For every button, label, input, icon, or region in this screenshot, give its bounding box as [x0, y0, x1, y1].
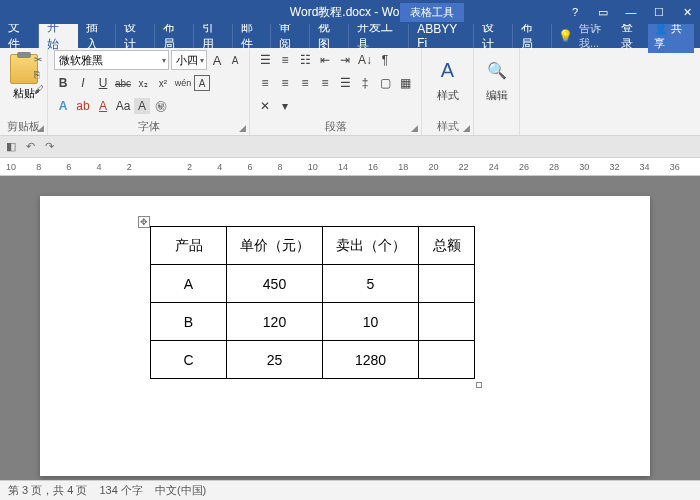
language-status[interactable]: 中文(中国) [155, 483, 206, 498]
table-cell[interactable] [419, 303, 475, 341]
char-border-button[interactable]: A [194, 75, 210, 91]
close-icon[interactable]: ✕ [674, 6, 700, 19]
table-cell[interactable]: C [151, 341, 227, 379]
char-shading-button[interactable]: A [134, 98, 150, 114]
horizontal-ruler[interactable]: 108642246810141618202224262830323436 [0, 158, 700, 176]
tab-table-layout[interactable]: 布局 [513, 24, 552, 48]
cut-icon[interactable]: ✂ [34, 54, 44, 65]
tab-review[interactable]: 审阅 [271, 24, 310, 48]
line-spacing-button[interactable]: ‡ [356, 73, 374, 93]
tab-layout[interactable]: 布局 [155, 24, 194, 48]
align-left-button[interactable]: ≡ [256, 73, 274, 93]
tab-insert[interactable]: 插入 [78, 24, 117, 48]
table-cell[interactable]: A [151, 265, 227, 303]
minimize-icon[interactable]: — [618, 6, 644, 19]
phonetic-button[interactable]: wén [174, 73, 192, 93]
font-size-combo[interactable]: 小四▾ [171, 50, 208, 70]
format-painter-icon[interactable]: 🖌 [34, 84, 44, 95]
editing-button[interactable]: 编辑 [486, 88, 508, 103]
font-name-combo[interactable]: 微软雅黑▾ [54, 50, 169, 70]
distribute-button[interactable]: ☰ [336, 73, 354, 93]
tab-developer[interactable]: 开发工具 [349, 24, 410, 48]
numbering-button[interactable]: ≡ [276, 50, 294, 70]
underline-button[interactable]: U [94, 73, 112, 93]
table-header-cell[interactable]: 总额 [419, 227, 475, 265]
table-header-cell[interactable]: 单价（元） [227, 227, 323, 265]
table-cell[interactable] [419, 341, 475, 379]
borders-button[interactable]: ▦ [396, 73, 414, 93]
redo-icon[interactable]: ↷ [45, 140, 54, 153]
tab-home[interactable]: 开始 [39, 24, 78, 48]
shading-button[interactable]: ▢ [376, 73, 394, 93]
ribbon-options-icon[interactable]: ▭ [590, 6, 616, 19]
undo-icon[interactable]: ↶ [26, 140, 35, 153]
strike-button[interactable]: abc [114, 73, 132, 93]
align-center-button[interactable]: ≡ [276, 73, 294, 93]
table-cell[interactable]: 1280 [323, 341, 419, 379]
table-cell[interactable] [419, 265, 475, 303]
login-link[interactable]: 登录 [621, 19, 642, 53]
tab-table-design[interactable]: 设计 [474, 24, 513, 48]
bullets-button[interactable]: ☰ [256, 50, 274, 70]
table-header-row: 产品 单价（元） 卖出（个） 总额 [151, 227, 475, 265]
grow-font-button[interactable]: A [209, 50, 225, 70]
page-count[interactable]: 第 3 页，共 4 页 [8, 483, 87, 498]
table-cell[interactable]: 450 [227, 265, 323, 303]
align-right-button[interactable]: ≡ [296, 73, 314, 93]
table-cell[interactable]: 5 [323, 265, 419, 303]
table-cell[interactable]: 25 [227, 341, 323, 379]
tellme-icon[interactable]: 💡 [558, 29, 573, 43]
text-direction-button[interactable]: ✕ [256, 96, 274, 116]
font-launcher-icon[interactable]: ◢ [239, 123, 246, 133]
find-icon[interactable]: 🔍 [481, 54, 513, 86]
subscript-button[interactable]: x₂ [134, 73, 152, 93]
ribbon: 粘贴 ✂ ⎘ 🖌 剪贴板 ◢ 微软雅黑▾ 小四▾ A A B I U abc x… [0, 48, 700, 136]
enclose-char-button[interactable]: ㊙ [152, 96, 170, 116]
share-button[interactable]: 👤 共享 [648, 19, 694, 53]
highlight-button[interactable]: ab [74, 96, 92, 116]
styles-launcher-icon[interactable]: ◢ [463, 123, 470, 133]
maximize-icon[interactable]: ☐ [646, 6, 672, 19]
show-marks-button[interactable]: ¶ [376, 50, 394, 70]
document-area[interactable]: ✥ 产品 单价（元） 卖出（个） 总额 A 450 5 B 120 10 C [0, 176, 700, 480]
change-case-button[interactable]: Aa [114, 96, 132, 116]
styles-button[interactable]: 样式 [437, 88, 459, 103]
bold-button[interactable]: B [54, 73, 72, 93]
tab-view[interactable]: 视图 [310, 24, 349, 48]
superscript-button[interactable]: x² [154, 73, 172, 93]
table-cell[interactable]: 10 [323, 303, 419, 341]
tab-design[interactable]: 设计 [116, 24, 155, 48]
snap-grid-button[interactable]: ▾ [276, 96, 294, 116]
table-header-cell[interactable]: 卖出（个） [323, 227, 419, 265]
help-icon[interactable]: ? [562, 6, 588, 19]
text-effects-button[interactable]: A [54, 96, 72, 116]
table-resize-handle-icon[interactable] [476, 382, 482, 388]
copy-icon[interactable]: ⎘ [34, 69, 44, 80]
italic-button[interactable]: I [74, 73, 92, 93]
decrease-indent-button[interactable]: ⇤ [316, 50, 334, 70]
table-move-handle-icon[interactable]: ✥ [138, 216, 150, 228]
justify-button[interactable]: ≡ [316, 73, 334, 93]
qat-item[interactable]: ◧ [6, 140, 16, 153]
clipboard-launcher-icon[interactable]: ◢ [37, 123, 44, 133]
styles-icon[interactable]: A [432, 54, 464, 86]
multilevel-button[interactable]: ☷ [296, 50, 314, 70]
font-color-button[interactable]: A [94, 96, 112, 116]
tab-references[interactable]: 引用 [194, 24, 233, 48]
increase-indent-button[interactable]: ⇥ [336, 50, 354, 70]
tellme-input[interactable]: 告诉我... [579, 21, 616, 51]
doc-title: Word教程.docx - Word [290, 4, 410, 21]
table-cell[interactable]: B [151, 303, 227, 341]
table-header-cell[interactable]: 产品 [151, 227, 227, 265]
tab-abbyy[interactable]: ABBYY Fi [409, 24, 474, 48]
shrink-font-button[interactable]: A [227, 50, 243, 70]
tab-file[interactable]: 文件 [0, 24, 39, 48]
paragraph-label: 段落 [250, 119, 421, 134]
table-cell[interactable]: 120 [227, 303, 323, 341]
sort-button[interactable]: A↓ [356, 50, 374, 70]
word-count[interactable]: 134 个字 [99, 483, 142, 498]
tab-mailings[interactable]: 邮件 [233, 24, 272, 48]
page[interactable]: ✥ 产品 单价（元） 卖出（个） 总额 A 450 5 B 120 10 C [40, 196, 650, 476]
document-table[interactable]: 产品 单价（元） 卖出（个） 总额 A 450 5 B 120 10 C 25 … [150, 226, 475, 379]
paragraph-launcher-icon[interactable]: ◢ [411, 123, 418, 133]
